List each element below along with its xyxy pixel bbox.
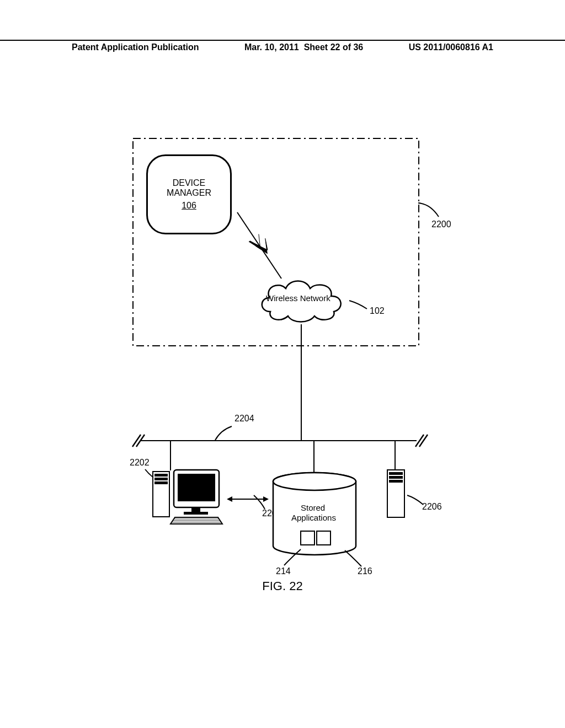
header-middle: Mar. 10, 2011 Sheet 22 of 36	[244, 42, 363, 52]
storage-label-line1: Stored	[301, 503, 325, 512]
svg-rect-10	[154, 478, 168, 480]
label-2202: 2202	[130, 458, 150, 468]
leader-2208	[251, 494, 268, 510]
svg-rect-28	[389, 476, 403, 479]
svg-marker-3	[255, 238, 273, 256]
bus-end-right	[413, 433, 429, 449]
drop-right	[395, 440, 396, 470]
bus-end-left	[130, 433, 146, 449]
svg-line-5	[136, 435, 145, 447]
device-manager-line1: DEVICE	[173, 178, 206, 188]
svg-rect-27	[389, 472, 403, 475]
device-manager-line2: MANAGER	[167, 188, 211, 198]
figure-caption: FIG. 22	[0, 579, 565, 593]
label-216: 216	[358, 566, 372, 576]
label-214: 214	[276, 566, 291, 576]
label-2204: 2204	[234, 414, 254, 424]
server-icon	[386, 469, 406, 518]
drop-left	[170, 440, 171, 470]
svg-rect-14	[191, 507, 200, 512]
device-manager-box: DEVICE MANAGER 106	[146, 154, 232, 234]
bus-line	[141, 440, 417, 441]
svg-rect-15	[184, 512, 208, 515]
lightning-icon	[234, 210, 284, 281]
leader-102	[348, 299, 370, 310]
svg-line-6	[415, 435, 424, 447]
svg-rect-24	[301, 531, 315, 545]
svg-line-7	[419, 435, 428, 447]
svg-line-4	[132, 435, 141, 447]
leader-216	[342, 549, 364, 568]
svg-rect-9	[154, 474, 168, 477]
leader-2204	[212, 425, 234, 442]
svg-rect-13	[178, 474, 215, 501]
storage-label-line2: Applications	[291, 513, 336, 522]
svg-rect-25	[317, 531, 331, 545]
header-right: US 2011/0060816 A1	[409, 42, 493, 52]
label-2200: 2200	[431, 220, 451, 229]
header-left: Patent Application Publication	[72, 42, 199, 52]
line-cloud-to-bus	[301, 324, 302, 440]
diagram-container: 2200 DEVICE MANAGER 106 Wireless Network…	[99, 138, 475, 579]
leader-2200	[417, 201, 450, 221]
label-102: 102	[370, 306, 385, 316]
svg-line-1	[237, 212, 281, 279]
leader-214	[281, 548, 303, 567]
cloud-label: Wireless Network	[266, 293, 331, 303]
device-manager-num: 106	[182, 201, 196, 211]
svg-rect-29	[389, 480, 403, 483]
computer-icon	[152, 469, 223, 527]
label-2206: 2206	[422, 502, 442, 512]
svg-rect-11	[154, 481, 168, 484]
svg-marker-20	[227, 496, 232, 502]
drop-cylinder	[313, 440, 315, 473]
svg-point-23	[273, 473, 356, 490]
